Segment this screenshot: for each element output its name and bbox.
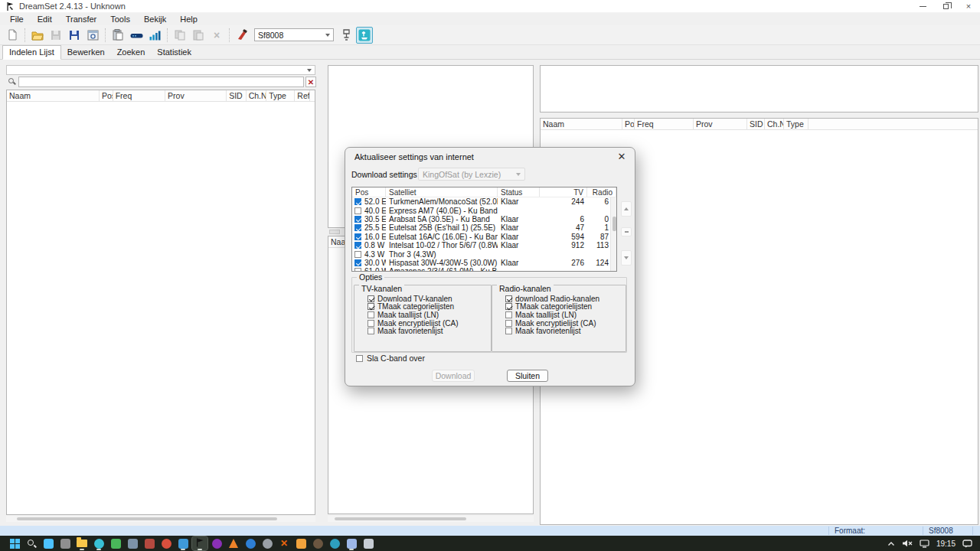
taskbar-icon-dreamset-app[interactable]	[192, 536, 207, 550]
skip-cband-row[interactable]: Sla C-band over	[354, 354, 425, 363]
satellite-checkbox[interactable]	[354, 251, 361, 258]
satellite-list-scrollbar[interactable]	[610, 197, 616, 271]
taskbar-icon-search[interactable]	[24, 536, 39, 550]
column-header-sid[interactable]: SID	[227, 90, 247, 101]
tray-chevron-up-icon[interactable]	[887, 541, 895, 546]
tab-zoeken[interactable]: Zoeken	[111, 46, 152, 59]
taskbar-icon-green-app[interactable]	[108, 536, 123, 550]
column-header-naam[interactable]: Naam	[541, 119, 622, 129]
list-filter-combobox[interactable]	[6, 65, 315, 75]
sluiten-button[interactable]: Sluiten	[507, 370, 548, 382]
tab-bewerken[interactable]: Bewerken	[61, 46, 111, 59]
taskbar-icon-orange-box-app[interactable]	[293, 536, 309, 550]
left-channel-table[interactable]: NaamPosFreqProvSIDCh.NoTypeRefe	[6, 90, 315, 515]
option-checkbox[interactable]	[505, 320, 512, 327]
save-as-button[interactable]	[66, 27, 83, 44]
taskbar-icon-purple-media-app[interactable]	[209, 536, 224, 550]
taskbar-icon-start[interactable]	[7, 536, 22, 550]
satellite-row[interactable]: 30.5 EArabsat 5A (30.5E) - Ku BandKlaar6…	[352, 215, 616, 223]
option-maak-encryptielijst-ca-[interactable]: Maak encryptielijst (CA)	[368, 319, 491, 328]
option-checkbox[interactable]	[368, 311, 374, 318]
satellite-checkbox[interactable]	[354, 268, 361, 272]
left-horizontal-scrollbar[interactable]	[6, 516, 315, 522]
taskbar-icon-file-explorer[interactable]	[74, 536, 90, 550]
taskbar-icon-stats-app[interactable]	[125, 536, 140, 550]
minimize-button[interactable]	[911, 0, 934, 12]
satellite-checkbox[interactable]	[354, 198, 361, 205]
sat-column-header-pos[interactable]: Pos	[352, 187, 386, 197]
menu-item-transfer[interactable]: Transfer	[59, 14, 104, 24]
satellite-row[interactable]: 0.8 WIntelsat 10-02 / Thor 5/6/7 (0.8W) …	[352, 241, 616, 249]
option-checkbox[interactable]	[368, 320, 374, 327]
column-header-prov[interactable]: Prov	[694, 119, 747, 129]
option-tmaak-categorielijsten[interactable]: TMaak categorielijsten	[368, 303, 491, 311]
chat-icon[interactable]	[962, 540, 972, 548]
tray-clock[interactable]: 19:15	[936, 540, 956, 548]
menu-item-file[interactable]: File	[3, 14, 31, 24]
sat-column-header-tv[interactable]: TV	[540, 187, 587, 197]
option-maak-encryptielijst-ca-[interactable]: Maak encryptielijst (CA)	[505, 319, 626, 328]
option-checkbox[interactable]	[368, 303, 374, 310]
option-maak-taallijst-ln-[interactable]: Maak taallijst (LN)	[505, 311, 626, 319]
column-header-chno[interactable]: Ch.No	[247, 90, 266, 101]
column-header-chno[interactable]: Ch.No	[765, 119, 784, 129]
taskbar-icon-teal-swirl-app[interactable]	[327, 536, 342, 550]
satellite-row[interactable]: 40.0 EExpress AM7 (40.0E) - Ku Band	[352, 206, 616, 214]
taskbar-icon-blue-light-app[interactable]	[344, 536, 359, 550]
column-header-freq[interactable]: Freq	[113, 90, 165, 101]
new-file-button[interactable]	[4, 27, 21, 44]
menu-item-help[interactable]: Help	[173, 14, 204, 24]
option-maak-taallijst-ln-[interactable]: Maak taallijst (LN)	[368, 311, 491, 319]
option-checkbox[interactable]	[505, 328, 512, 334]
internet-update-button[interactable]	[356, 27, 373, 44]
column-header-pos[interactable]: Pos	[100, 90, 113, 101]
satellite-checkbox[interactable]	[354, 224, 361, 231]
column-header-pos[interactable]: Pos	[622, 119, 635, 129]
column-header-freq[interactable]: Freq	[635, 119, 694, 129]
satellite-checkbox[interactable]	[354, 216, 361, 223]
sat-move-down-button[interactable]	[621, 250, 632, 266]
taskbar-icon-snipping-app[interactable]	[142, 536, 157, 550]
column-header-type[interactable]: Type	[266, 90, 295, 101]
satellite-checkbox[interactable]	[354, 242, 361, 249]
taskbar-icon-opera-browser[interactable]	[158, 536, 174, 550]
sat-move-up-button[interactable]	[621, 201, 632, 217]
option-tmaak-categorielijsten[interactable]: TMaak categorielijsten	[505, 303, 626, 311]
search-input[interactable]	[18, 77, 304, 87]
restore-button[interactable]	[934, 0, 957, 12]
volume-muted-icon[interactable]	[902, 540, 913, 547]
option-checkbox[interactable]	[368, 295, 374, 302]
taskbar-icon-vlc-player[interactable]	[226, 536, 241, 550]
paste-special-button[interactable]	[109, 27, 126, 44]
statistics-button[interactable]	[146, 27, 163, 44]
search-clear-button[interactable]: ✕	[305, 77, 316, 87]
satellite-row[interactable]: 61.0 WAmazonas 2/3/4 (61.0W) - Ku Band	[352, 267, 616, 272]
option-download-tv-kanalen[interactable]: Download TV-kanalen	[368, 295, 491, 303]
column-header-refe[interactable]: Refe	[295, 90, 310, 101]
scrollbar-thumb[interactable]	[17, 517, 277, 520]
option-checkbox[interactable]	[505, 295, 512, 302]
right-top-pane[interactable]	[540, 65, 978, 112]
taskbar-icon-dark-sphere-app[interactable]	[310, 536, 325, 550]
option-maak-favorietenlijst[interactable]: Maak favorietenlijst	[368, 327, 491, 335]
network-icon[interactable]	[920, 540, 929, 548]
menu-item-edit[interactable]: Edit	[31, 14, 59, 24]
sat-column-header-satelliet[interactable]: Satelliet	[386, 187, 498, 197]
sat-middle-button[interactable]	[621, 227, 632, 236]
option-checkbox[interactable]	[505, 303, 512, 310]
option-checkbox[interactable]	[368, 328, 374, 334]
settings-window-button[interactable]	[84, 27, 101, 44]
taskbar-icon-virtual-desktops[interactable]	[57, 536, 73, 550]
satellite-checkbox[interactable]	[354, 259, 361, 266]
satellite-list[interactable]: PosSatellietStatusTVRadio 52.0 ETurkmenA…	[351, 187, 617, 272]
column-header-type[interactable]: Type	[784, 119, 808, 129]
taskbar-icon-blue-d-app[interactable]	[243, 536, 258, 550]
open-file-button[interactable]	[29, 27, 46, 44]
taskbar-icon-gray-2-app[interactable]	[260, 536, 275, 550]
column-header-prov[interactable]: Prov	[165, 90, 227, 101]
taskbar-icon-edge-browser[interactable]	[91, 536, 106, 550]
satellite-row[interactable]: 16.0 EEutelsat 16A/C (16.0E) - Ku BandKl…	[352, 233, 616, 241]
column-header-naam[interactable]: Naam	[7, 90, 100, 101]
column-header-sid[interactable]: SID	[747, 119, 765, 129]
taskbar-icon-orange-x-app[interactable]: ✕	[276, 536, 292, 550]
